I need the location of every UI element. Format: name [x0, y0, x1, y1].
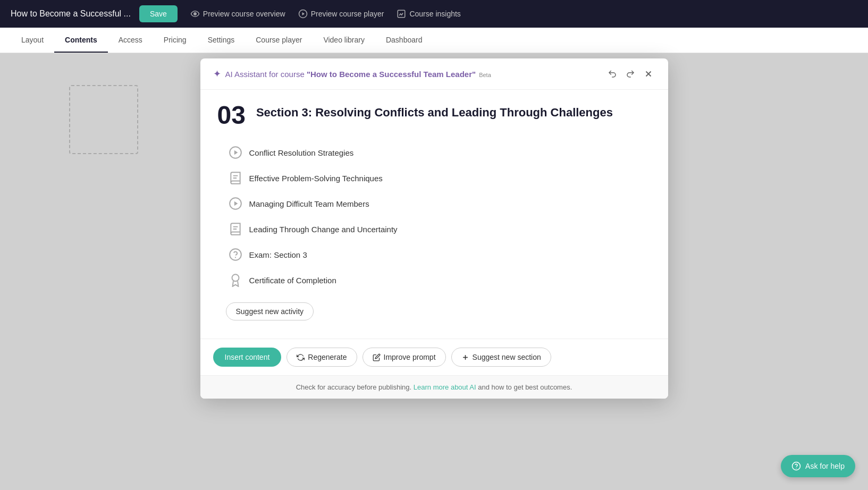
preview-player-icon — [298, 9, 308, 19]
activity-label: Exam: Section 3 — [249, 250, 307, 259]
list-item: Conflict Resolution Strategies — [226, 141, 651, 164]
section-header: 03 Section 3: Resolving Conflicts and Le… — [217, 103, 651, 128]
footer-text-after: and how to get best outcomes. — [476, 383, 572, 391]
svg-point-16 — [230, 249, 241, 260]
suggest-section-button[interactable]: Suggest new section — [451, 348, 551, 367]
modal-overlay: ✦ AI Assistant for course "How to Become… — [0, 53, 868, 490]
modal-footer: Check for accuracy before publishing. Le… — [200, 375, 668, 399]
modal-header-actions — [605, 67, 655, 81]
improve-prompt-button[interactable]: Improve prompt — [363, 348, 446, 367]
regenerate-icon — [297, 353, 305, 361]
suggest-activity-button[interactable]: Suggest new activity — [226, 302, 314, 320]
tab-video-library[interactable]: Video library — [313, 28, 375, 53]
course-insights-icon — [397, 9, 406, 19]
section-number: 03 — [217, 103, 246, 128]
tab-layout[interactable]: Layout — [11, 28, 54, 53]
tab-access[interactable]: Access — [108, 28, 153, 53]
modal-course-name: "How to Become a Successful Team Leader" — [307, 70, 476, 79]
ai-sparkle-icon: ✦ — [213, 68, 221, 80]
play-circle-icon — [228, 196, 243, 211]
save-button[interactable]: Save — [139, 5, 178, 22]
top-bar-actions: Preview course overview Preview course p… — [190, 9, 461, 19]
section-title: Section 3: Resolving Conflicts and Leadi… — [256, 103, 613, 121]
plus-icon — [461, 353, 469, 361]
regenerate-button[interactable]: Regenerate — [286, 348, 357, 367]
activity-label: Leading Through Change and Uncertainty — [249, 225, 398, 234]
preview-overview-icon — [190, 9, 200, 19]
help-icon — [791, 461, 801, 471]
award-icon — [228, 273, 243, 288]
book-icon — [228, 222, 243, 236]
book-icon — [228, 171, 243, 185]
redo-button[interactable] — [623, 67, 637, 81]
svg-point-18 — [232, 274, 239, 281]
activity-label: Certificate of Completion — [249, 276, 336, 285]
list-item: Managing Difficult Team Members — [226, 192, 651, 215]
ai-assistant-modal: ✦ AI Assistant for course "How to Become… — [200, 58, 668, 399]
top-bar: How to Become a Successful ... Save Prev… — [0, 0, 868, 28]
svg-marker-3 — [302, 12, 305, 15]
activity-list: Conflict Resolution Strategies Effective — [226, 141, 651, 292]
activity-label: Effective Problem-Solving Techniques — [249, 174, 383, 183]
activity-label: Managing Difficult Team Members — [249, 199, 369, 208]
course-insights-label: Course insights — [409, 10, 461, 18]
page-title: How to Become a Successful ... — [11, 9, 131, 19]
list-item: Effective Problem-Solving Techniques — [226, 166, 651, 190]
list-item: Certificate of Completion — [226, 268, 651, 292]
list-item: Leading Through Change and Uncertainty — [226, 217, 651, 241]
ask-help-label: Ask for help — [805, 462, 845, 470]
tab-settings[interactable]: Settings — [197, 28, 246, 53]
preview-player-label: Preview course player — [311, 10, 384, 18]
modal-header: ✦ AI Assistant for course "How to Become… — [200, 58, 668, 90]
tab-course-player[interactable]: Course player — [245, 28, 313, 53]
footer-text-before: Check for accuracy before publishing. — [296, 383, 414, 391]
activity-label: Conflict Resolution Strategies — [249, 148, 354, 157]
course-insights-link[interactable]: Course insights — [397, 9, 461, 19]
svg-marker-9 — [234, 150, 238, 155]
question-icon — [228, 247, 243, 262]
tab-pricing[interactable]: Pricing — [153, 28, 197, 53]
regenerate-label: Regenerate — [308, 353, 347, 361]
preview-overview-link[interactable]: Preview course overview — [190, 9, 285, 19]
improve-prompt-label: Improve prompt — [384, 353, 436, 361]
list-item: Exam: Section 3 — [226, 243, 651, 266]
preview-overview-label: Preview course overview — [203, 10, 285, 18]
close-icon — [644, 69, 653, 79]
beta-badge: Beta — [479, 72, 491, 78]
modal-actions-bar: Insert content Regenerate Improve prompt — [200, 339, 668, 375]
edit-icon — [373, 353, 381, 361]
svg-rect-5 — [398, 10, 406, 18]
undo-icon — [608, 69, 617, 79]
play-circle-icon — [228, 145, 243, 160]
modal-title: AI Assistant for course "How to Become a… — [225, 70, 601, 79]
close-button[interactable] — [642, 67, 655, 81]
suggest-section-label: Suggest new section — [473, 353, 541, 361]
tab-dashboard[interactable]: Dashboard — [375, 28, 433, 53]
learn-more-link[interactable]: Learn more about AI — [414, 383, 476, 391]
preview-player-link[interactable]: Preview course player — [298, 9, 384, 19]
modal-title-prefix: AI Assistant for course — [225, 70, 307, 79]
svg-point-1 — [195, 13, 196, 14]
ask-help-button[interactable]: Ask for help — [781, 455, 855, 477]
svg-marker-13 — [234, 201, 238, 206]
nav-tabs: Layout Contents Access Pricing Settings … — [0, 28, 868, 53]
page-background: ✦ AI Assistant for course "How to Become… — [0, 53, 868, 490]
tab-contents[interactable]: Contents — [54, 28, 108, 53]
redo-icon — [626, 69, 635, 79]
modal-body: 03 Section 3: Resolving Conflicts and Le… — [200, 90, 668, 339]
insert-content-button[interactable]: Insert content — [213, 348, 282, 367]
undo-button[interactable] — [605, 67, 619, 81]
